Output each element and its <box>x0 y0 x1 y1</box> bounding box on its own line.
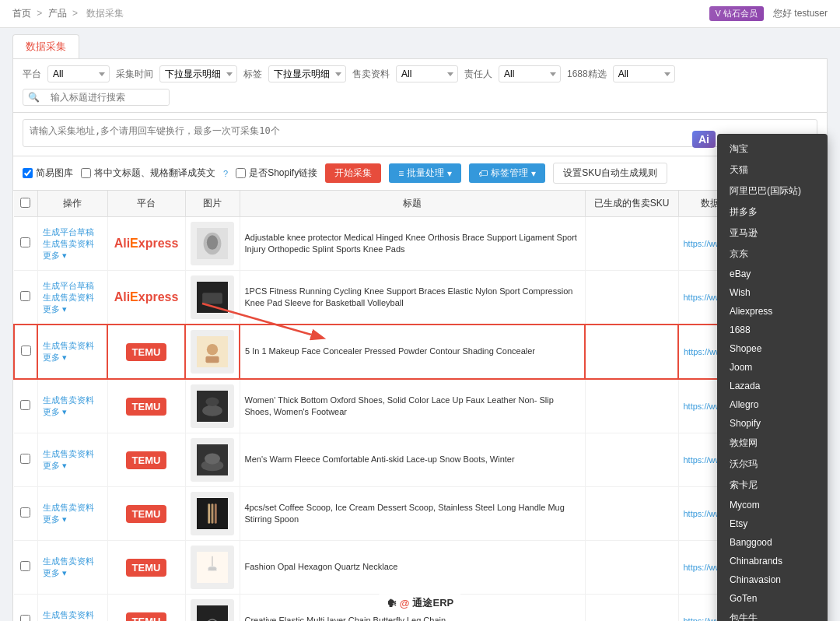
more-link[interactable]: 更多 ▾ <box>43 514 103 525</box>
svg-rect-15 <box>208 503 210 524</box>
breadcrumb-home[interactable]: 首页 <box>12 8 31 19</box>
platform-dropdown-item[interactable]: Shopify <box>717 414 828 433</box>
title-cell: 4pcs/set Coffee Scoop, Ice Cream Dessert… <box>240 487 585 541</box>
platform-dropdown-item[interactable]: Shopee <box>717 339 828 358</box>
platform-dropdown-item[interactable]: Banggood <box>717 533 828 552</box>
more-link[interactable]: 更多 ▾ <box>43 567 103 579</box>
title-cell: 5 In 1 Makeup Face Concealer Pressed Pow… <box>240 325 585 379</box>
batch-icon: ≡ <box>398 168 404 179</box>
svg-rect-16 <box>211 503 213 524</box>
row-checkbox[interactable] <box>20 615 30 621</box>
platform-dropdown[interactable]: 淘宝天猫阿里巴巴(国际站)拼多多亚马逊京东eBayWishAliexpress1… <box>717 134 828 621</box>
watermark-at: @ <box>400 598 410 609</box>
tag-dropdown-icon: ▾ <box>531 168 536 179</box>
platform-dropdown-item[interactable]: Allegro <box>717 395 828 414</box>
row-checkbox[interactable] <box>20 237 30 247</box>
platform-dropdown-item[interactable]: 京东 <box>717 244 828 265</box>
temu-badge: TEMU <box>126 451 167 469</box>
action-link[interactable]: 生成售卖资料 <box>43 395 103 406</box>
action-link[interactable]: 生成平台草稿 <box>43 280 103 292</box>
svg-rect-4 <box>202 293 222 303</box>
platform-dropdown-item[interactable]: 天猫 <box>717 160 828 181</box>
batch-process-button[interactable]: ≡ 批量处理 ▾ <box>389 163 461 183</box>
platform-dropdown-item[interactable]: Joom <box>717 358 828 377</box>
platform-dropdown-item[interactable]: Mycom <box>717 496 828 514</box>
platform-dropdown-item[interactable]: 1688 <box>717 321 828 339</box>
action-link[interactable]: 生成售卖资料 <box>43 238 103 250</box>
platform-dropdown-item[interactable]: 敦煌网 <box>717 433 828 454</box>
more-link[interactable]: 更多 ▾ <box>43 352 102 363</box>
search-input[interactable] <box>44 89 169 105</box>
row-checkbox[interactable] <box>20 291 30 301</box>
sku-cell <box>585 271 678 325</box>
product-image <box>191 384 234 428</box>
sku-cell <box>585 217 678 271</box>
image-cell <box>185 379 240 433</box>
platform-dropdown-item[interactable]: Wish <box>717 283 828 302</box>
row-checkbox[interactable] <box>20 454 30 464</box>
platform-dropdown-item[interactable]: 沃尔玛 <box>717 454 828 475</box>
platform-dropdown-item[interactable]: 阿里巴巴(国际站) <box>717 181 828 202</box>
platform-cell: TEMU <box>107 595 185 622</box>
row-checkbox[interactable] <box>21 346 31 356</box>
platform-dropdown-item[interactable]: Aliexpress <box>717 302 828 321</box>
platform-dropdown-item[interactable]: Etsy <box>717 514 828 533</box>
action-link[interactable]: 生成售卖资料 <box>43 556 103 567</box>
platform-dropdown-item[interactable]: 淘宝 <box>717 139 828 160</box>
owner-select[interactable]: All <box>499 65 561 82</box>
time-select[interactable]: 下拉显示明细 <box>159 65 237 82</box>
search-icon: 🔍 <box>23 89 44 105</box>
toolbar-row1: 平台 All 采集时间 下拉显示明细 标签 下拉显示明细 售卖资料 All 责任… <box>12 58 828 113</box>
page-tabs: 数据采集 <box>12 28 828 58</box>
platform-dropdown-item[interactable]: GoTen <box>717 589 828 608</box>
platform-dropdown-item[interactable]: 亚马逊 <box>717 223 828 244</box>
more-link[interactable]: 更多 ▾ <box>43 460 103 472</box>
action-link[interactable]: 生成售卖资料 <box>43 502 103 514</box>
action-link[interactable]: 生成售卖资料 <box>43 292 103 303</box>
filter-select[interactable]: All <box>613 65 675 82</box>
more-link[interactable]: 更多 ▾ <box>43 250 103 261</box>
sku-cell <box>585 541 678 595</box>
sale-select[interactable]: All <box>396 65 458 82</box>
platform-dropdown-item[interactable]: Chinavasion <box>717 570 828 589</box>
action-link[interactable]: 生成售卖资料 <box>43 448 103 460</box>
tag-manage-button[interactable]: 🏷 标签管理 ▾ <box>469 163 545 183</box>
more-link[interactable]: 更多 ▾ <box>43 303 103 315</box>
th-action: 操作 <box>37 191 107 217</box>
action-link[interactable]: 生成平台草稿 <box>43 226 103 238</box>
batch-dropdown-icon: ▾ <box>447 168 452 179</box>
more-link[interactable]: 更多 ▾ <box>43 406 103 418</box>
platform-dropdown-item[interactable]: eBay <box>717 265 828 283</box>
platform-dropdown-item[interactable]: 索卡尼 <box>717 475 828 496</box>
row-checkbox[interactable] <box>20 507 30 518</box>
temu-badge: TEMU <box>126 505 167 523</box>
start-collect-button[interactable]: 开始采集 <box>325 163 381 183</box>
breadcrumb-product[interactable]: 产品 <box>48 8 67 19</box>
action-cell: 生成平台草稿生成售卖资料更多 ▾ <box>37 271 107 325</box>
platform-cell: TEMU <box>107 325 185 379</box>
action-link[interactable]: 生成售卖资料 <box>43 609 103 621</box>
platform-dropdown-item[interactable]: 拼多多 <box>717 202 828 223</box>
page-tab-datacollect[interactable]: 数据采集 <box>12 34 79 58</box>
temu-badge: TEMU <box>126 559 167 577</box>
platform-dropdown-item[interactable]: Lazada <box>717 377 828 395</box>
row-checkbox[interactable] <box>20 400 30 410</box>
platform-dropdown-item[interactable]: Chinabrands <box>717 552 828 570</box>
action-cell: 生成售卖资料更多 ▾ <box>37 325 107 379</box>
platform-dropdown-item[interactable]: 包牛牛 <box>717 608 828 621</box>
tag-select[interactable]: 下拉显示明细 <box>268 65 346 82</box>
select-all-checkbox[interactable] <box>20 198 30 208</box>
product-image <box>191 492 234 535</box>
shopify-checkbox[interactable]: 是否Shopify链接 <box>236 167 317 180</box>
owner-label: 责任人 <box>464 68 492 81</box>
action-link[interactable]: 生成售卖资料 <box>43 340 102 352</box>
simple-image-checkbox[interactable]: 简易图库 <box>23 167 73 180</box>
translate-help-icon[interactable]: ? <box>223 169 228 178</box>
platform-cell: TEMU <box>107 379 185 433</box>
sku-rule-button[interactable]: 设置SKU自动生成规则 <box>553 163 667 184</box>
row-checkbox[interactable] <box>20 561 30 571</box>
platform-label: 平台 <box>23 68 41 81</box>
platform-select[interactable]: All <box>47 65 110 82</box>
translate-checkbox[interactable]: 将中文标题、规格翻译成英文 <box>81 167 215 180</box>
action-cell: 生成售卖资料更多 ▾ <box>37 433 107 487</box>
